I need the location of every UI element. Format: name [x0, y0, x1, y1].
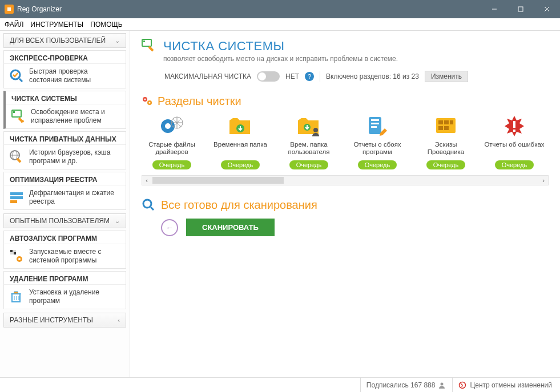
sidebar: ДЛЯ ВСЕХ ПОЛЬЗОВАТЕЛЕЙ ⌄ ЭКСПРЕСС-ПРОВЕР…	[0, 31, 130, 377]
minimize-button[interactable]	[481, 0, 507, 18]
change-button[interactable]: Изменить	[425, 71, 468, 82]
subscribers-cell[interactable]: Подписались 167 888	[360, 378, 452, 392]
thumbnails-icon	[432, 114, 460, 139]
svg-rect-1	[518, 7, 523, 11]
folder-user-icon	[295, 114, 323, 139]
defrag-icon	[9, 189, 25, 205]
svg-rect-35	[450, 120, 453, 124]
undo-icon	[458, 381, 466, 389]
sidebar-group-label: ОПЫТНЫМ ПОЛЬЗОВАТЕЛЯМ	[10, 217, 110, 225]
help-icon[interactable]: ?	[305, 72, 314, 81]
svg-rect-12	[14, 252, 16, 254]
sidebar-group-advanced[interactable]: ОПЫТНЫМ ПОЛЬЗОВАТЕЛЯМ ⌄	[3, 213, 126, 228]
undo-label: Центр отмены изменений	[470, 381, 552, 389]
check-magnifier-icon	[9, 68, 25, 84]
maximize-button[interactable]	[507, 0, 534, 18]
scrollbar-thumb[interactable]	[152, 177, 284, 184]
sidebar-group-label: ДЛЯ ВСЕХ ПОЛЬЗОВАТЕЛЕЙ	[10, 37, 106, 45]
status-bar: Подписались 167 888 Центр отмены изменен…	[0, 377, 560, 392]
sidebar-card-privacy[interactable]: ЧИСТКА ПРИВАТНЫХ ДАННЫХ Истории браузеро…	[3, 131, 126, 169]
svg-rect-3	[12, 110, 21, 117]
report-pencil-icon	[363, 114, 392, 139]
card-desc: Дефрагментация и сжатие реестра	[29, 189, 121, 206]
tile-crash-reports[interactable]: Отчеты о сбоях программ Очередь	[347, 114, 408, 169]
card-title: ЧИСТКА ПРИВАТНЫХ ДАННЫХ	[4, 132, 126, 145]
menu-tools[interactable]: ИНСТРУМЕНТЫ	[30, 21, 83, 29]
sidebar-group-all-users[interactable]: ДЛЯ ВСЕХ ПОЛЬЗОВАТЕЛЕЙ ⌄	[3, 33, 126, 48]
sidebar-group-misc[interactable]: РАЗНЫЕ ИНСТРУМЕНТЫ ‹	[3, 313, 126, 328]
main-panel: ЧИСТКА СИСТЕМЫ позволяет освободить мест…	[130, 31, 560, 377]
tile-label: Старые файлы драйверов	[142, 141, 202, 157]
svg-point-40	[143, 200, 151, 208]
svg-point-27	[313, 128, 318, 132]
svg-rect-39	[513, 130, 515, 132]
sections-enabled-label: Включено разделов: 16 из 23	[326, 72, 419, 80]
app-logo-icon	[5, 5, 14, 14]
svg-rect-37	[444, 126, 449, 130]
tile-user-temp[interactable]: Врем. папка пользователя Очередь	[279, 114, 339, 169]
sidebar-group-label: РАЗНЫЕ ИНСТРУМЕНТЫ	[10, 316, 93, 324]
page-title: ЧИСТКА СИСТЕМЫ	[163, 39, 398, 54]
svg-point-41	[441, 382, 444, 385]
card-desc: Освобождение места и исправление проблем	[31, 108, 121, 125]
scroll-left-icon[interactable]: ‹	[142, 177, 151, 184]
card-desc: Установка и удаление программ	[29, 288, 121, 305]
scroll-right-icon[interactable]: ›	[539, 177, 548, 184]
svg-rect-38	[513, 121, 515, 128]
scan-button[interactable]: СКАНИРОВАТЬ	[186, 219, 275, 236]
max-clean-toggle[interactable]	[257, 71, 280, 82]
back-button[interactable]: ←	[161, 219, 178, 236]
sections-heading: Разделы чистки	[142, 95, 549, 108]
svg-rect-17	[143, 41, 145, 42]
svg-rect-30	[371, 123, 379, 124]
page-subtitle: позволяет освободить место на дисках и и…	[163, 55, 398, 63]
sections-title: Разделы чистки	[158, 95, 241, 108]
tile-error-reports[interactable]: Отчеты об ошибках Очередь	[484, 114, 545, 169]
svg-rect-33	[438, 120, 443, 124]
window-title: Reg Organizer	[17, 5, 62, 13]
close-button[interactable]	[534, 0, 560, 18]
folder-download-icon	[226, 114, 255, 139]
trash-box-icon	[9, 289, 25, 305]
card-desc: Быстрая проверка состояния системы	[29, 67, 121, 84]
user-icon	[438, 382, 445, 389]
error-burst-icon	[500, 114, 529, 139]
svg-point-21	[149, 102, 151, 103]
queue-badge: Очередь	[152, 160, 192, 169]
tile-temp-folder[interactable]: Временная папка Очередь	[210, 114, 271, 169]
tile-label: Врем. папка пользователя	[279, 141, 339, 157]
page-header: ЧИСТКА СИСТЕМЫ позволяет освободить мест…	[142, 39, 549, 63]
globe-broom-icon	[9, 149, 25, 165]
chevron-down-icon: ⌄	[115, 37, 120, 45]
svg-rect-36	[438, 126, 443, 130]
flag-gear-icon	[9, 248, 25, 264]
svg-rect-32	[436, 118, 456, 133]
svg-rect-11	[10, 250, 13, 252]
svg-rect-31	[371, 126, 377, 128]
sidebar-card-express[interactable]: ЭКСПРЕСС-ПРОВЕРКА Быстрая проверка состо…	[3, 50, 126, 88]
separator	[320, 71, 320, 82]
svg-rect-7	[10, 192, 23, 195]
tile-old-drivers[interactable]: Старые файлы драйверов Очередь	[142, 114, 202, 169]
sidebar-card-registry[interactable]: ОПТИМИЗАЦИЯ РЕЕСТРА Дефрагментация и сжа…	[3, 172, 126, 210]
broom-screen-icon	[10, 108, 26, 124]
max-clean-state: НЕТ	[285, 72, 299, 80]
svg-rect-4	[13, 111, 15, 113]
card-title: УДАЛЕНИЕ ПРОГРАММ	[4, 272, 126, 285]
ready-heading: Все готово для сканирования	[142, 198, 549, 212]
undo-center-cell[interactable]: Центр отмены изменений	[452, 378, 558, 392]
tiles-scrollbar[interactable]: ‹ ›	[142, 175, 549, 185]
menu-file[interactable]: ФАЙЛ	[5, 21, 23, 29]
card-desc: Запускаемые вместе с системой программы	[29, 248, 121, 265]
sidebar-card-clean[interactable]: ЧИСТКА СИСТЕМЫ Освобождение места и испр…	[3, 91, 126, 129]
tile-label: Временная папка	[213, 141, 267, 157]
sidebar-card-startup[interactable]: АВТОЗАПУСК ПРОГРАММ Запускаемые вместе с…	[3, 231, 126, 269]
queue-badge: Очередь	[495, 160, 534, 169]
menu-help[interactable]: ПОМОЩЬ	[90, 21, 122, 29]
chevron-left-icon: ‹	[118, 317, 120, 324]
card-desc: Истории браузеров, кэша программ и др.	[29, 148, 121, 165]
scan-row: ← СКАНИРОВАТЬ	[142, 219, 549, 236]
sidebar-card-uninstall[interactable]: УДАЛЕНИЕ ПРОГРАММ Установка и удаление п…	[3, 271, 126, 309]
gear-web-icon	[158, 114, 186, 139]
tile-thumbnails[interactable]: Эскизы Проводника Очередь	[416, 114, 476, 169]
